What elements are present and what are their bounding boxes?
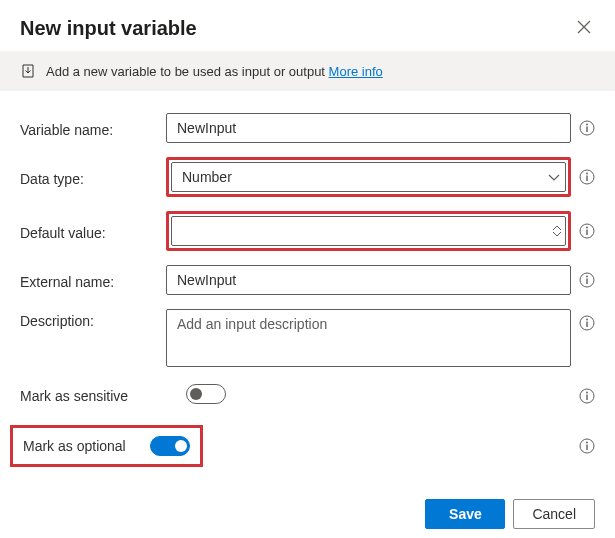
new-input-variable-dialog: New input variable Add a new variable to… [0, 0, 615, 538]
toggle-knob [190, 388, 202, 400]
variable-name-label: Variable name: [20, 118, 158, 138]
dialog-footer: Save Cancel [0, 485, 615, 538]
svg-point-10 [586, 276, 588, 278]
row-variable-name: Variable name: [20, 113, 595, 143]
info-icon[interactable] [579, 169, 595, 185]
svg-point-16 [586, 391, 588, 393]
close-icon [577, 22, 591, 37]
data-type-select[interactable]: Number [171, 162, 566, 192]
cancel-button[interactable]: Cancel [513, 499, 595, 529]
external-name-label: External name: [20, 270, 158, 290]
info-icon[interactable] [579, 223, 595, 239]
info-icon[interactable] [579, 272, 595, 288]
dialog-header: New input variable [0, 0, 615, 51]
svg-point-19 [586, 442, 588, 444]
svg-rect-2 [586, 127, 587, 133]
more-info-link[interactable]: More info [329, 64, 383, 79]
svg-rect-11 [586, 279, 587, 285]
svg-rect-20 [586, 445, 587, 451]
info-icon[interactable] [579, 438, 595, 454]
default-value-label: Default value: [20, 221, 158, 241]
row-default-value: Default value: [20, 211, 595, 251]
svg-point-13 [586, 319, 588, 321]
svg-point-4 [586, 173, 588, 175]
variable-name-input[interactable] [166, 113, 571, 143]
mark-optional-label: Mark as optional [23, 438, 126, 454]
info-banner: Add a new variable to be used as input o… [0, 51, 615, 91]
default-value-highlight [166, 211, 571, 251]
svg-rect-5 [586, 176, 587, 182]
default-value-input[interactable] [171, 216, 566, 246]
toggle-knob [175, 440, 187, 452]
svg-point-1 [586, 124, 588, 126]
external-name-input[interactable] [166, 265, 571, 295]
description-input[interactable] [166, 309, 571, 367]
row-external-name: External name: [20, 265, 595, 295]
description-label: Description: [20, 309, 158, 329]
save-button[interactable]: Save [425, 499, 505, 529]
data-type-highlight: Number [166, 157, 571, 197]
svg-rect-14 [586, 322, 587, 328]
row-mark-sensitive: Mark as sensitive [20, 384, 595, 407]
row-mark-optional: Mark as optional [20, 425, 595, 467]
data-type-label: Data type: [20, 167, 158, 187]
svg-rect-8 [586, 230, 587, 236]
row-description: Description: [20, 309, 595, 370]
svg-rect-17 [586, 394, 587, 400]
info-icon[interactable] [579, 315, 595, 331]
banner-text: Add a new variable to be used as input o… [46, 64, 383, 79]
close-button[interactable] [573, 16, 595, 41]
svg-point-7 [586, 227, 588, 229]
dialog-title: New input variable [20, 17, 197, 40]
info-icon[interactable] [579, 388, 595, 404]
row-data-type: Data type: Number [20, 157, 595, 197]
info-icon[interactable] [579, 120, 595, 136]
mark-optional-highlight: Mark as optional [10, 425, 203, 467]
form-body: Variable name: Data type: Number [0, 113, 615, 485]
download-icon [20, 63, 36, 79]
mark-sensitive-label: Mark as sensitive [20, 388, 158, 404]
mark-sensitive-toggle[interactable] [186, 384, 226, 404]
mark-optional-toggle[interactable] [150, 436, 190, 456]
